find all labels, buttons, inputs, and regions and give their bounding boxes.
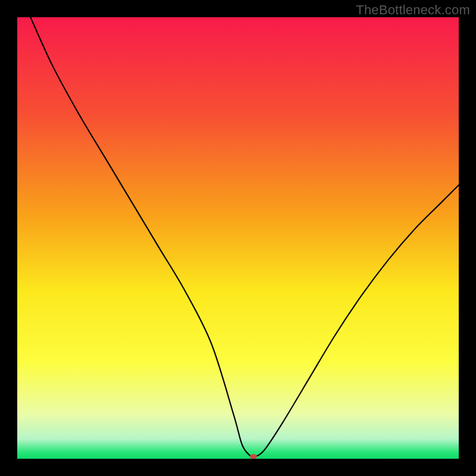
optimum-marker — [250, 454, 257, 459]
bottleneck-plot — [17, 17, 459, 459]
watermark-label: TheBottleneck.com — [356, 2, 470, 18]
chart-frame: TheBottleneck.com — [0, 0, 476, 476]
plot-background — [17, 17, 459, 459]
